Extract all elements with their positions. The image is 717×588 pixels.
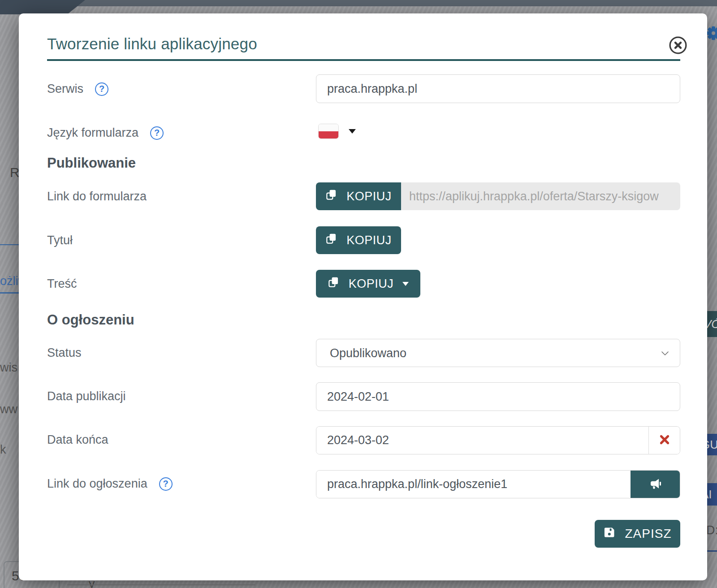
- tresc-label-text: Treść: [47, 277, 77, 291]
- link-ogloszenia-label: Link do ogłoszenia: [47, 477, 147, 491]
- background-text-fragment: D:: [706, 523, 717, 537]
- copy-button-label: KOPIUJ: [346, 233, 392, 247]
- clear-x-icon: [658, 433, 671, 447]
- tresc-label: Treść: [47, 277, 77, 291]
- background-header-corner: [0, 0, 85, 14]
- data-konca-group: [316, 426, 680, 454]
- save-button[interactable]: ZAPISZ: [595, 520, 680, 548]
- status-label-text: Status: [47, 346, 82, 360]
- o-ogloszeniu-heading: O ogłoszeniu: [47, 312, 134, 328]
- close-circle-icon: [669, 49, 687, 56]
- announce-button[interactable]: [631, 471, 680, 498]
- data-konca-input[interactable]: [316, 427, 648, 454]
- link-ogloszenia-group: [316, 470, 680, 498]
- language-dropdown[interactable]: [318, 122, 363, 140]
- megaphone-icon: [648, 477, 662, 492]
- close-button[interactable]: [669, 36, 687, 55]
- save-floppy-icon: [603, 526, 616, 542]
- link-ogloszenia-label-row: Link do ogłoszenia ?: [47, 477, 173, 491]
- gear-icon: [706, 26, 717, 42]
- serwis-label: Serwis: [47, 82, 83, 96]
- copy-icon: [325, 189, 337, 204]
- background-tab-border: [0, 244, 19, 245]
- title-underline: [47, 59, 680, 61]
- publikowanie-heading: Publikowanie: [47, 155, 136, 171]
- status-select-wrap: Opublikowano: [316, 339, 680, 367]
- copy-button-label: KOPIUJ: [346, 190, 392, 203]
- caret-down-icon: [402, 282, 409, 286]
- save-button-label: ZAPISZ: [625, 527, 671, 541]
- tytul-label: Tytuł: [47, 233, 73, 247]
- background-header-bar: [0, 0, 717, 6]
- caret-down-icon: [349, 129, 356, 134]
- serwis-input[interactable]: [316, 74, 680, 103]
- status-select[interactable]: Opublikowano: [316, 339, 680, 367]
- jezyk-label-row: Język formularza ?: [47, 126, 164, 140]
- data-publikacji-label-text: Data publikacji: [47, 389, 126, 403]
- question-circle-icon[interactable]: ?: [159, 477, 173, 491]
- status-label: Status: [47, 346, 82, 360]
- jezyk-label: Język formularza: [47, 126, 138, 140]
- form-url-field: https://aplikuj.hrappka.pl/oferta/Starsz…: [401, 182, 680, 210]
- link-formularza-group: KOPIUJ https://aplikuj.hrappka.pl/oferta…: [316, 182, 680, 210]
- modal-tworzenie-linku: Tworzenie linku aplikacyjnego Serwis ? J…: [19, 13, 707, 580]
- data-konca-label-text: Data końca: [47, 433, 108, 447]
- copy-link-button[interactable]: KOPIUJ: [316, 182, 401, 210]
- background-text-fragment: ww: [0, 402, 17, 416]
- serwis-label-row: Serwis ?: [47, 82, 108, 96]
- link-formularza-label-text: Link do formularza: [47, 190, 147, 203]
- link-formularza-label: Link do formularza: [47, 190, 147, 203]
- copy-content-button[interactable]: KOPIUJ: [316, 270, 420, 298]
- tytul-label-text: Tytuł: [47, 233, 73, 247]
- data-publikacji-label: Data publikacji: [47, 389, 126, 403]
- clear-date-button[interactable]: [648, 427, 680, 454]
- copy-icon: [325, 233, 337, 248]
- copy-title-button[interactable]: KOPIUJ: [316, 226, 401, 254]
- background-text-fragment: wis: [0, 361, 17, 375]
- form-url-text: https://aplikuj.hrappka.pl/oferta/Starsz…: [409, 190, 659, 203]
- data-publikacji-input[interactable]: [316, 382, 680, 411]
- copy-button-label: KOPIUJ: [349, 277, 394, 291]
- link-ogloszenia-input[interactable]: [316, 471, 631, 498]
- data-konca-label: Data końca: [47, 433, 108, 447]
- question-circle-icon[interactable]: ?: [95, 82, 108, 96]
- poland-flag-icon: [318, 124, 339, 139]
- copy-icon: [328, 276, 340, 291]
- background-text-fragment: k: [0, 443, 6, 457]
- question-circle-icon[interactable]: ?: [150, 126, 164, 140]
- modal-title: Tworzenie linku aplikacyjnego: [47, 35, 257, 53]
- background-tab-underline: [0, 292, 19, 294]
- background-table-border: [67, 584, 255, 585]
